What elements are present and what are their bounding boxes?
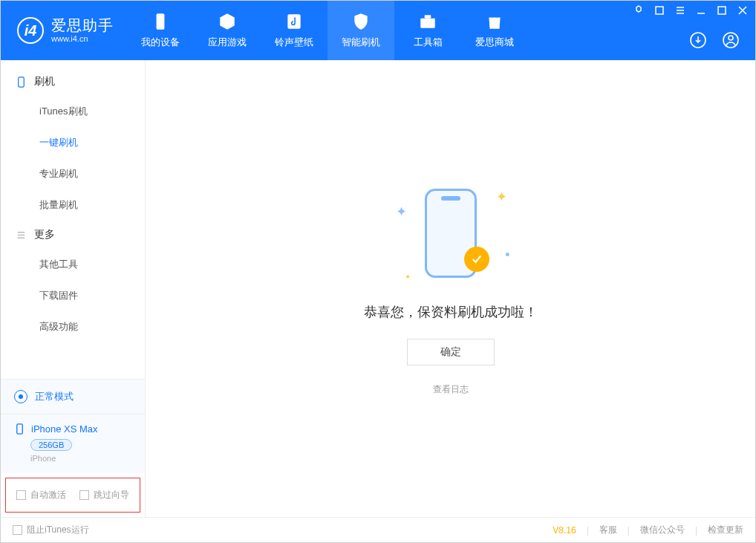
svg-rect-10 (17, 424, 23, 434)
footer-link-update[interactable]: 检查更新 (708, 524, 743, 536)
flash-options-highlight: 自动激活 跳过向导 (5, 478, 140, 513)
shopping-bag-icon (485, 12, 504, 31)
checkbox-block-itunes[interactable]: 阻止iTunes运行 (13, 524, 89, 536)
sidebar-item-itunes-flash[interactable]: iTunes刷机 (1, 96, 145, 127)
sidebar-item-other-tools[interactable]: 其他工具 (1, 249, 145, 280)
nav-toolbox[interactable]: 工具箱 (394, 1, 461, 60)
device-icon (16, 77, 27, 88)
checkbox-label: 跳过向导 (94, 489, 129, 501)
device-name: iPhone XS Max (31, 423, 98, 435)
sparkle-icon: ✦ (405, 273, 411, 281)
nav-apps-games[interactable]: 应用游戏 (194, 1, 261, 60)
sidebar-group-flash: 刷机 (1, 68, 145, 96)
menu-icon[interactable] (675, 5, 685, 16)
cube-icon (218, 12, 237, 31)
close-icon[interactable] (737, 5, 748, 16)
topbar: i4 爱思助手 www.i4.cn 我的设备 应用游戏 铃声壁纸 智能刷机 工具… (1, 1, 755, 60)
download-icon[interactable] (688, 30, 708, 50)
svg-rect-3 (425, 15, 431, 18)
svg-rect-5 (718, 7, 726, 14)
device-mode[interactable]: 正常模式 (1, 380, 145, 414)
svg-rect-9 (19, 77, 25, 86)
phone-icon (151, 12, 170, 31)
footer-link-service[interactable]: 客服 (599, 524, 617, 536)
sidebar-item-advanced[interactable]: 高级功能 (1, 311, 145, 342)
nav-label: 工具箱 (414, 36, 443, 49)
feedback-icon[interactable] (633, 5, 644, 16)
checkbox-icon (13, 525, 22, 535)
sidebar-item-download-firmware[interactable]: 下载固件 (1, 280, 145, 311)
sidebar-group-more: 更多 (1, 221, 145, 249)
nav-label: 爱思商城 (475, 36, 514, 49)
app-name-cn: 爱思助手 (51, 17, 114, 34)
svg-point-8 (729, 36, 733, 40)
device-type: iPhone (30, 454, 131, 463)
app-logo: i4 爱思助手 www.i4.cn (1, 1, 127, 60)
nav-label: 铃声壁纸 (275, 36, 313, 49)
list-icon (16, 230, 27, 241)
sidebar-item-oneclick-flash[interactable]: 一键刷机 (1, 127, 145, 158)
checkbox-label: 阻止iTunes运行 (27, 524, 89, 536)
body: 刷机 iTunes刷机 一键刷机 专业刷机 批量刷机 更多 其他工具 下载固件 … (1, 60, 755, 517)
version-label: V8.16 (553, 525, 576, 536)
footer-link-wechat[interactable]: 微信公众号 (640, 524, 685, 536)
sparkle-icon: ✦ (396, 204, 407, 220)
user-icon[interactable] (721, 30, 740, 50)
checkbox-label: 自动激活 (30, 489, 66, 501)
app-name-en: www.i4.cn (51, 34, 114, 44)
success-check-icon (464, 247, 489, 272)
ok-button[interactable]: 确定 (407, 339, 495, 365)
main-nav: 我的设备 应用游戏 铃声壁纸 智能刷机 工具箱 爱思商城 (127, 1, 528, 60)
nav-my-device[interactable]: 我的设备 (127, 1, 194, 60)
success-illustration: ✦ ✦ • ✦ (391, 181, 510, 285)
svg-rect-4 (656, 7, 663, 14)
window-controls (633, 5, 748, 16)
nav-label: 应用游戏 (208, 36, 247, 49)
checkbox-icon (16, 490, 26, 500)
nav-label: 智能刷机 (342, 36, 380, 49)
nav-smart-flash[interactable]: 智能刷机 (328, 1, 394, 60)
maximize-icon[interactable] (717, 5, 727, 16)
mode-label: 正常模式 (35, 390, 74, 403)
minimize-icon[interactable] (696, 5, 706, 16)
sidebar-item-batch-flash[interactable]: 批量刷机 (1, 189, 145, 221)
logo-icon: i4 (17, 17, 44, 44)
user-controls (688, 30, 740, 50)
svg-rect-0 (157, 13, 165, 30)
skin-icon[interactable] (654, 5, 665, 16)
music-note-icon (284, 12, 304, 31)
nav-ringtone-wallpaper[interactable]: 铃声壁纸 (261, 1, 328, 60)
sidebar-group-label: 更多 (34, 228, 55, 241)
checkbox-icon (79, 490, 89, 500)
footer: 阻止iTunes运行 V8.16 | 客服 | 微信公众号 | 检查更新 (1, 517, 755, 542)
nav-store[interactable]: 爱思商城 (461, 1, 528, 60)
sparkle-icon: ✦ (496, 189, 507, 205)
sidebar: 刷机 iTunes刷机 一键刷机 专业刷机 批量刷机 更多 其他工具 下载固件 … (1, 60, 146, 517)
checkbox-auto-activate[interactable]: 自动激活 (16, 489, 66, 501)
svg-rect-1 (287, 14, 300, 29)
device-info[interactable]: iPhone XS Max 256GB iPhone (1, 414, 145, 473)
svg-rect-2 (420, 19, 435, 28)
checkbox-skip-guide[interactable]: 跳过向导 (79, 489, 129, 501)
toolbox-icon (418, 12, 437, 31)
success-message: 恭喜您，保资料刷机成功啦！ (364, 303, 538, 321)
sparkle-icon: • (505, 247, 509, 263)
device-capacity: 256GB (30, 439, 72, 451)
view-log-link[interactable]: 查看日志 (433, 383, 469, 396)
main-content: ✦ ✦ • ✦ 恭喜您，保资料刷机成功啦！ 确定 查看日志 (146, 60, 755, 517)
phone-outline-icon (14, 423, 25, 435)
nav-label: 我的设备 (141, 36, 180, 49)
sidebar-item-pro-flash[interactable]: 专业刷机 (1, 158, 145, 189)
mode-indicator-icon (14, 390, 27, 403)
refresh-shield-icon (351, 12, 371, 31)
sidebar-group-label: 刷机 (34, 75, 55, 88)
